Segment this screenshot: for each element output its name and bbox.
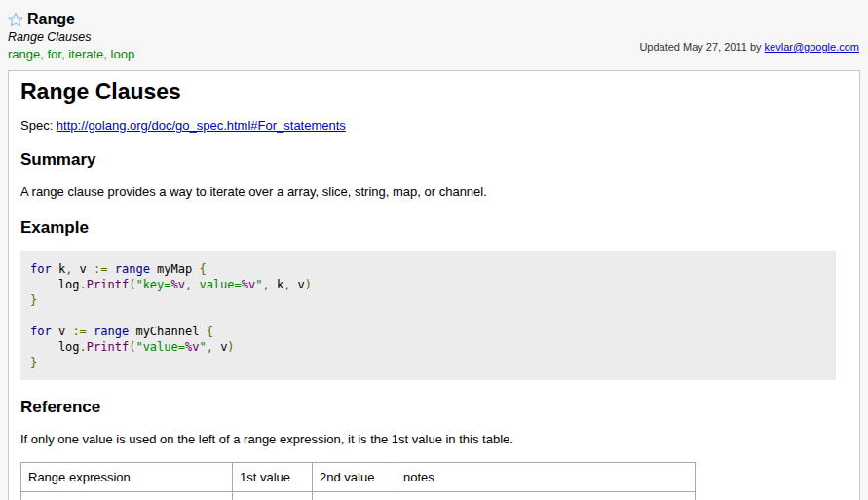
table-header-cell: 1st value	[233, 462, 313, 491]
updated-author-link[interactable]: kevlar@google.com	[765, 41, 859, 53]
reference-heading: Reference	[20, 398, 848, 417]
table-header-cell: 2nd value	[313, 462, 396, 491]
page-title: Range	[27, 11, 75, 28]
code-line	[30, 308, 826, 324]
code-line: for k, v := range myMap {	[30, 261, 826, 277]
summary-text: A range clause provides a way to iterate…	[20, 183, 848, 201]
spec-link[interactable]: http://golang.org/doc/go_spec.html#For_s…	[57, 118, 346, 133]
table-cell: array or slice a [n]E, *[n]E, or []E	[21, 491, 233, 500]
tag-link-for[interactable]: for	[47, 47, 60, 61]
code-block: for k, v := range myMap { log.Printf("ke…	[20, 251, 836, 380]
table-header-cell: notes	[396, 462, 696, 491]
reference-table: Range expression1st value2nd valuenotes …	[20, 462, 696, 500]
code-line: log.Printf("value=%v", v)	[30, 339, 826, 355]
reference-text: If only one value is used on the left of…	[20, 431, 848, 448]
tag-link-iterate[interactable]: iterate	[68, 47, 103, 61]
favorite-star-icon[interactable]	[8, 12, 23, 27]
code-line: }	[30, 292, 826, 308]
tag-link-loop[interactable]: loop	[111, 47, 135, 61]
table-cell: a[i] E	[313, 491, 396, 500]
code-line: log.Printf("key=%v, value=%v", k, v)	[30, 277, 826, 292]
doc-title: Range Clauses	[20, 79, 848, 106]
table-cell	[396, 491, 696, 500]
table-cell: index i int	[233, 491, 313, 500]
updated-prefix: Updated May 27, 2011 by	[639, 41, 764, 53]
summary-heading: Summary	[20, 150, 848, 170]
content-box: Range Clauses Spec: http://golang.org/do…	[8, 70, 860, 500]
spec-line: Spec: http://golang.org/doc/go_spec.html…	[20, 118, 848, 133]
tag-link-range[interactable]: range	[8, 47, 40, 61]
table-header-cell: Range expression	[21, 462, 233, 491]
table-header-row: Range expression1st value2nd valuenotes	[21, 462, 696, 491]
code-line: }	[30, 355, 826, 370]
code-line: for v := range myChannel {	[30, 324, 826, 339]
spec-label: Spec:	[20, 118, 57, 133]
table-row: array or slice a [n]E, *[n]E, or []Einde…	[21, 491, 696, 500]
updated-text: Updated May 27, 2011 by kevlar@google.co…	[639, 41, 859, 53]
site-header: Range Range Clauses range, for, iterate,…	[0, 0, 868, 70]
example-heading: Example	[20, 218, 848, 238]
